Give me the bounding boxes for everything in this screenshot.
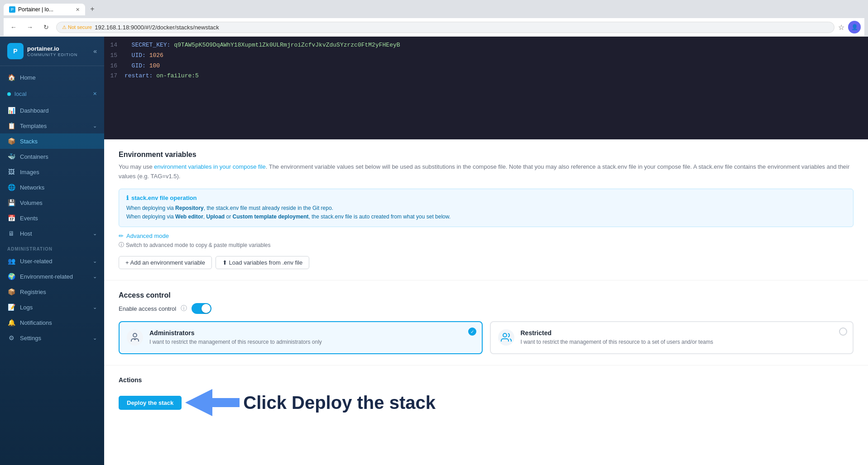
line-num-17: 17 [104, 71, 125, 81]
admin-card-desc: I want to restrict the management of thi… [149, 338, 322, 346]
sidebar-item-images[interactable]: 🖼 Images [0, 164, 104, 180]
reload-button[interactable]: ↻ [40, 21, 53, 33]
sidebar-item-user-related-label: User-related [20, 258, 53, 265]
env-close-btn[interactable]: ✕ [93, 91, 97, 97]
sidebar-item-host[interactable]: 🖥 Host ⌄ [0, 226, 104, 241]
env-compose-link[interactable]: environment variables in your compose fi… [154, 163, 265, 170]
address-bar[interactable]: ⚠ Not secure 192.168.1.18:9000/#!/2/dock… [56, 22, 834, 33]
environment-related-icon: 🌍 [7, 273, 15, 280]
sidebar-item-settings[interactable]: ⚙ Settings ⌄ [0, 330, 104, 346]
sidebar-item-volumes-label: Volumes [20, 199, 43, 206]
line-content-15: UID: 1026 [125, 51, 163, 61]
deploy-stack-button[interactable]: Deploy the stack [119, 396, 182, 410]
networks-icon: 🌐 [7, 184, 15, 191]
sidebar-item-home-label: Home [20, 74, 36, 81]
sidebar-item-home[interactable]: 🏠 Home [0, 70, 104, 85]
sidebar-item-events[interactable]: 📅 Events [0, 210, 104, 226]
sidebar-item-environment-related-label: Environment-related [20, 273, 73, 280]
stacks-icon: 📦 [7, 138, 15, 145]
info-line-2: When deploying via Web editor, Upload or… [126, 213, 846, 221]
sidebar-item-volumes[interactable]: 💾 Volumes [0, 195, 104, 210]
sidebar-item-registries[interactable]: 📦 Registries [0, 284, 104, 299]
user-related-icon: 👥 [7, 257, 15, 265]
env-actions: + Add an environment variable ⬆ Load var… [119, 256, 854, 269]
sidebar-item-user-related[interactable]: 👥 User-related ⌄ [0, 253, 104, 269]
line-num-16: 16 [104, 62, 125, 71]
not-secure-indicator: ⚠ Not secure [62, 24, 92, 30]
sidebar-item-settings-label: Settings [20, 335, 41, 342]
sidebar-item-host-label: Host [20, 230, 32, 237]
restricted-card-desc: I want to restrict the management of thi… [521, 338, 714, 346]
restricted-card-content: Restricted I want to restrict the manage… [521, 329, 714, 346]
active-tab[interactable]: P Portainer | lo... ✕ [4, 4, 85, 15]
admin-card-content: Administrators I want to restrict the ma… [149, 329, 322, 346]
forward-button[interactable]: → [24, 21, 36, 33]
sidebar-item-containers[interactable]: 🐳 Containers [0, 149, 104, 164]
env-label: local [14, 90, 27, 97]
enable-access-label: Enable access control [119, 305, 176, 312]
code-line-14: 14 SECRET_KEY: q9TAW5pK5O9DqAWhY18Xupmtl… [104, 40, 868, 51]
admin-card-radio: ✓ [468, 327, 476, 336]
profile-button[interactable]: 👤 [848, 21, 861, 33]
dashboard-icon: 📊 [7, 107, 15, 114]
access-control-toggle[interactable] [192, 303, 211, 314]
load-env-file-button[interactable]: ⬆ Load variables from .env file [216, 256, 309, 269]
edit-icon: ✏ [119, 232, 124, 239]
line-content-17: restart: on-failure:5 [125, 71, 199, 81]
sidebar-item-dashboard[interactable]: 📊 Dashboard [0, 103, 104, 118]
line-content-16: GID: 100 [125, 62, 160, 71]
access-control-section: Access control Enable access control ⓘ [104, 280, 868, 365]
sidebar-item-stacks-label: Stacks [20, 138, 38, 145]
add-env-var-button[interactable]: + Add an environment variable [119, 256, 212, 269]
admin-card-icon [127, 329, 143, 346]
events-icon: 📅 [7, 214, 15, 222]
code-line-15: 15 UID: 1026 [104, 51, 868, 61]
svg-point-3 [503, 333, 507, 337]
toggle-knob [201, 304, 211, 313]
sidebar-header: P portainer.io COMMUNITY EDITION « [0, 37, 104, 66]
sidebar: P portainer.io COMMUNITY EDITION « 🏠 Hom… [0, 37, 104, 465]
sidebar-item-logs[interactable]: 📝 Logs ⌄ [0, 299, 104, 315]
switch-hint: ⓘ Switch to advanced mode to copy & past… [119, 241, 854, 249]
back-button[interactable]: ← [7, 21, 20, 33]
home-icon: 🏠 [7, 74, 15, 81]
logo-sub: COMMUNITY EDITION [27, 52, 77, 57]
sidebar-item-templates[interactable]: 📋 Templates ⌄ [0, 118, 104, 133]
templates-icon: 📋 [7, 122, 15, 129]
code-line-16: 16 GID: 100 [104, 61, 868, 71]
sidebar-collapse-btn[interactable]: « [93, 47, 97, 55]
new-tab-button[interactable]: + [86, 3, 99, 15]
sidebar-item-dashboard-label: Dashboard [20, 107, 49, 114]
line-num-14: 14 [104, 41, 125, 50]
sidebar-item-notifications[interactable]: 🔔 Notifications [0, 315, 104, 330]
restricted-card[interactable]: Restricted I want to restrict the manage… [490, 321, 854, 354]
tab-title: Portainer | lo... [18, 6, 53, 13]
browser-toolbar: ← → ↻ ⚠ Not secure 192.168.1.18:9000/#!/… [4, 18, 864, 37]
advanced-mode-link[interactable]: ✏ Advanced mode [119, 232, 854, 239]
browser-chrome: P Portainer | lo... ✕ + ← → ↻ ⚠ Not secu… [0, 0, 868, 37]
sidebar-item-notifications-label: Notifications [20, 319, 52, 326]
logs-chevron: ⌄ [93, 304, 97, 310]
code-spacer [104, 81, 868, 136]
svg-point-0 [133, 333, 137, 337]
bookmark-button[interactable]: ☆ [838, 23, 844, 32]
info-box-content: When deploying via Repository, the stack… [126, 204, 846, 221]
sidebar-item-stacks[interactable]: 📦 Stacks [0, 133, 104, 149]
administrators-card[interactable]: Administrators I want to restrict the ma… [119, 321, 483, 354]
info-icon: ℹ [126, 195, 129, 201]
access-cards: Administrators I want to restrict the ma… [119, 321, 854, 354]
settings-chevron: ⌄ [93, 335, 97, 341]
sidebar-item-environment-related[interactable]: 🌍 Environment-related ⌄ [0, 269, 104, 284]
env-header[interactable]: local ✕ [0, 87, 104, 101]
host-chevron: ⌄ [93, 231, 97, 237]
info-box-title: ℹ stack.env file operation [126, 195, 846, 201]
admin-card-title: Administrators [149, 329, 322, 337]
volumes-icon: 💾 [7, 199, 15, 206]
sidebar-item-networks[interactable]: 🌐 Networks [0, 180, 104, 195]
main-content: 14 SECRET_KEY: q9TAW5pK5O9DqAWhY18Xupmtl… [104, 37, 868, 465]
sidebar-item-logs-label: Logs [20, 304, 33, 311]
tab-close-btn[interactable]: ✕ [76, 7, 80, 13]
tab-favicon: P [9, 6, 15, 13]
sidebar-item-registries-label: Registries [20, 289, 46, 295]
host-icon: 🖥 [7, 230, 15, 237]
